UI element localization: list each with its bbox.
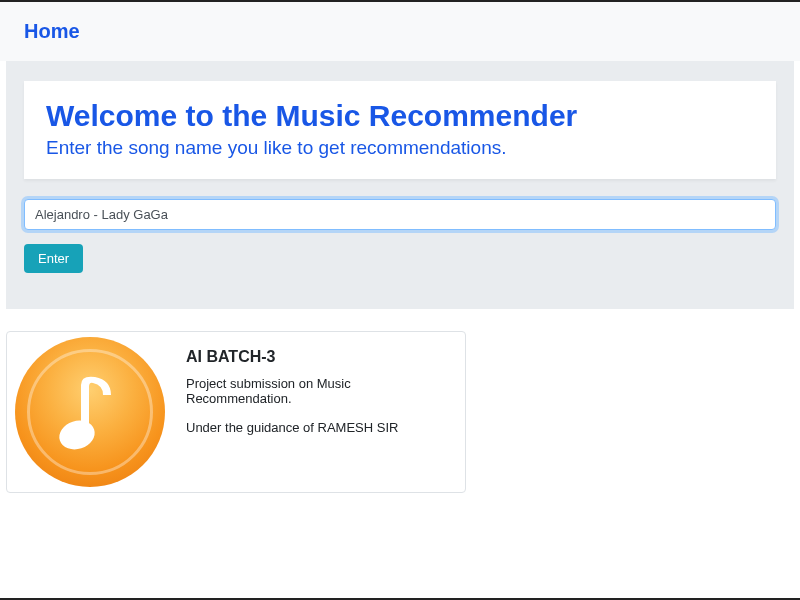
enter-button[interactable]: Enter	[24, 244, 83, 273]
music-icon-container	[7, 332, 172, 492]
project-title: AI BATCH-3	[186, 348, 451, 366]
note-glyph-icon	[55, 367, 125, 457]
song-input[interactable]	[24, 199, 776, 230]
music-note-icon	[15, 337, 165, 487]
project-line2: Under the guidance of RAMESH SIR	[186, 420, 451, 435]
project-info-card: AI BATCH-3 Project submission on Music R…	[6, 331, 466, 493]
page-subtitle: Enter the song name you like to get reco…	[46, 137, 754, 159]
welcome-card: Welcome to the Music Recommender Enter t…	[24, 81, 776, 179]
page-title: Welcome to the Music Recommender	[46, 99, 754, 133]
project-info-body: AI BATCH-3 Project submission on Music R…	[172, 332, 465, 492]
svg-point-0	[55, 416, 98, 454]
navbar: Home	[0, 2, 800, 61]
project-line1: Project submission on Music Recommendati…	[186, 376, 451, 406]
nav-home-link[interactable]: Home	[24, 20, 80, 42]
main-panel: Welcome to the Music Recommender Enter t…	[6, 61, 794, 309]
